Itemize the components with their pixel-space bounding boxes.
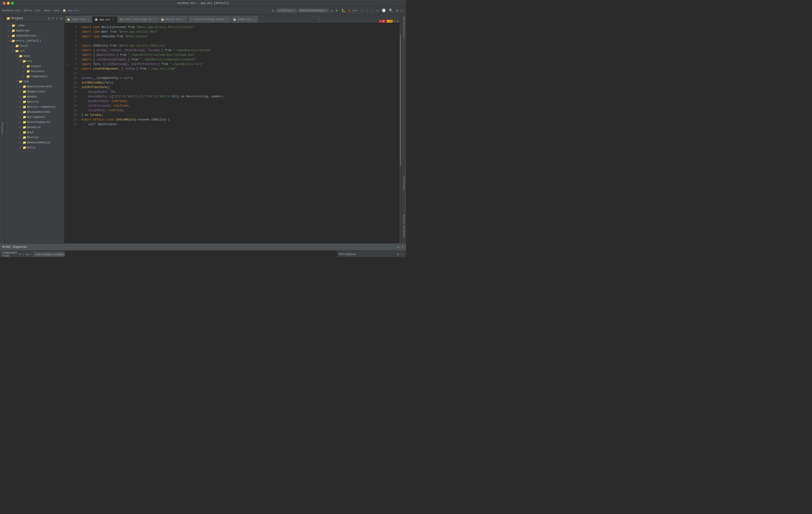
tree-item-npm[interactable]: ▼ 📂 npm	[5, 79, 64, 84]
more-icon[interactable]: ⋯	[401, 8, 404, 13]
tree-arrow-icon: ▶	[20, 85, 23, 88]
code-editor[interactable]: ✕ ← 12345 678910 1112131415 1617181920	[65, 23, 401, 243]
device-browser-label[interactable]: Device Browser	[403, 215, 405, 238]
tree-item-ets[interactable]: ▼ 📂 ets	[5, 59, 64, 64]
tab-index-ets2[interactable]: 🏠 Index.ets ✕	[231, 16, 258, 23]
git-pull-icon[interactable]: ↓	[371, 8, 374, 13]
sync-icon[interactable]: ↻	[330, 8, 334, 13]
settings-icon[interactable]: ⚙	[60, 16, 63, 21]
tree-item-build[interactable]: ▶ 📁 build	[5, 44, 64, 49]
folder-icon: 📁	[23, 105, 26, 109]
breadcrumb-item[interactable]: harmony-ets	[2, 9, 20, 12]
tree-item-idea[interactable]: ▶ 📁 .idea	[5, 23, 64, 28]
tree-item-swc[interactable]: ▶ 📁 @swc	[5, 130, 64, 135]
settings-icon[interactable]: ⚙	[397, 245, 400, 249]
breadcrumb-item[interactable]: src	[35, 9, 41, 12]
gutter: ✕ ←	[65, 23, 69, 243]
notifications-label[interactable]: Notifications	[403, 17, 405, 38]
search-icon[interactable]: 🔍	[388, 8, 394, 13]
arkui-inspector-title: ArkUI Inspector	[2, 245, 27, 249]
file-icon: JS	[120, 18, 123, 21]
previewer-label[interactable]: Previewer	[403, 177, 405, 191]
collapse-icon[interactable]: ⊟	[48, 16, 50, 21]
tree-item-eslint-community[interactable]: ▶ 📁 @eslint-community	[5, 105, 64, 110]
folder-icon: 📁	[23, 90, 26, 93]
tree-label: main	[24, 55, 30, 58]
tree-item-dependencies[interactable]: ▶ 📁 dependencies	[5, 33, 64, 38]
tree-label: @ampproject	[27, 90, 46, 93]
git-push-icon[interactable]: ↑	[365, 8, 369, 13]
tree-arrow-icon: ▶	[8, 29, 11, 32]
tab-more-button[interactable]: ⋯	[316, 16, 321, 23]
minimize-icon[interactable]: —	[30, 252, 32, 257]
tab-label: app.ets	[99, 18, 110, 21]
tree-item-entry[interactable]: ▼ 📂 entry [default]	[5, 38, 64, 44]
git-history-icon[interactable]: 🕐	[381, 8, 386, 13]
error-gutter2-icon: ←	[65, 122, 69, 127]
tab-close-icon[interactable]: ✕	[253, 18, 256, 21]
tree-label: entry [default]	[16, 39, 41, 43]
tree-item-webassemblyjs[interactable]: ▶ 📁 @webassemblyjs	[5, 140, 64, 145]
breadcrumb-item[interactable]: main	[44, 9, 51, 12]
tree-item-eslint[interactable]: ▶ 📁 @eslint	[5, 99, 64, 105]
tree-item-ampproject[interactable]: ▶ 📁 @ampproject	[5, 89, 64, 94]
run-icon[interactable]: ▶	[335, 8, 339, 13]
breadcrumb-item-file[interactable]: 🏠 app.ets	[63, 9, 80, 12]
tab-close-icon[interactable]: ✕	[182, 18, 185, 21]
tree-item-main[interactable]: ▼ 📂 main	[5, 54, 64, 59]
tree-item-xtuc[interactable]: ▶ 📁 @xtuc	[5, 145, 64, 150]
tree-item-jridgewell[interactable]: ▶ 📁 @jridgewell	[5, 115, 64, 120]
git-revert-icon[interactable]: ↺	[376, 8, 379, 13]
window-title: harmony-ets – app.ets [default]	[177, 2, 229, 5]
device-selector[interactable]: MXGGY22610000010 ▾	[298, 8, 329, 12]
tab-native-ets[interactable]: 🏠 Native.ets ✕	[159, 16, 188, 23]
tree-item-components[interactable]: ▶ 📁 components	[5, 74, 64, 79]
tree-item-leichtgewicht[interactable]: ▶ 📁 @leichtgewicht	[5, 120, 64, 125]
git-check-icon[interactable]: ✓	[360, 8, 364, 13]
collapse-icon[interactable]: ∨	[397, 20, 399, 23]
minimize-icon2[interactable]: —	[401, 252, 404, 257]
breadcrumb-item[interactable]: ets	[54, 9, 59, 12]
settings-icon2[interactable]: ⚙	[397, 252, 400, 257]
tab-close-icon[interactable]: ✕	[112, 18, 115, 21]
maximize-button[interactable]	[11, 2, 14, 5]
tab-close-icon[interactable]: ✕	[225, 18, 228, 21]
tab-index-taro[interactable]: JS index_taro_comp.js ✕	[117, 16, 159, 23]
minimize-button[interactable]	[7, 2, 10, 5]
tree-item-appscope[interactable]: ▶ 📁 AppScope	[5, 28, 64, 33]
sort-icon[interactable]: ↕	[22, 252, 25, 257]
tree-item-babel[interactable]: ▶ 📁 @babel	[5, 94, 64, 99]
code-content[interactable]: import type AbilityConstant from "@ohos.…	[80, 23, 400, 243]
sort-icon[interactable]: ≡	[52, 16, 55, 21]
grid-icon[interactable]: ⊞	[26, 252, 29, 257]
tree-item-aashutoshrathi[interactable]: ▶ 📁 @aashutoshrathi	[5, 84, 64, 89]
git-branch[interactable]: ⎇ default ▾	[276, 8, 297, 12]
project-sidebar-label[interactable]: Project	[0, 15, 5, 243]
tree-item-src[interactable]: ▼ 📂 src	[5, 49, 64, 54]
tab-index-ets[interactable]: 🏠 index.ets ✕	[65, 16, 92, 23]
stop-icon[interactable]: ■	[348, 8, 351, 13]
close-icon[interactable]: ✕	[401, 245, 404, 249]
folder-icon: 📁	[11, 24, 15, 27]
tree-item-humanwhocodes[interactable]: ▶ 📁 @humanwhocodes	[5, 110, 64, 115]
tree-item-tarojs[interactable]: ▶ 📁 @tarojs	[5, 135, 64, 140]
expand-icon[interactable]: ∧	[394, 20, 396, 23]
tree-item-assets[interactable]: ▶ 📁 assets	[5, 64, 64, 69]
project-folder-icon: 📁	[6, 17, 10, 20]
list-view-icon[interactable]: ≡	[19, 252, 22, 257]
tab-app-ets[interactable]: 🏠 app.ets ✕	[92, 16, 117, 23]
close-button[interactable]	[3, 2, 5, 5]
tab-close-icon[interactable]: ✕	[87, 18, 90, 21]
tab-build-profile[interactable]: {} build-profile.json5 ✕	[188, 16, 231, 23]
tree-item-nodelib[interactable]: ▶ 📁 @nodelib	[5, 125, 64, 130]
tree-item-business[interactable]: ▶ 📁 business	[5, 69, 64, 74]
tab-close-icon[interactable]: ✕	[153, 18, 156, 21]
settings-icon[interactable]: ⚙	[271, 8, 274, 13]
settings2-icon[interactable]: ⚙	[395, 8, 399, 13]
tree-arrow-icon: ▶	[20, 101, 23, 103]
breadcrumb-item[interactable]: entry	[24, 9, 32, 12]
filter-icon[interactable]: ≔	[56, 16, 58, 21]
tree-arrow-icon: ▶	[20, 116, 23, 118]
vertical-scrollbar[interactable]: —	[400, 23, 401, 243]
debug-icon[interactable]: 🐛	[340, 8, 346, 13]
